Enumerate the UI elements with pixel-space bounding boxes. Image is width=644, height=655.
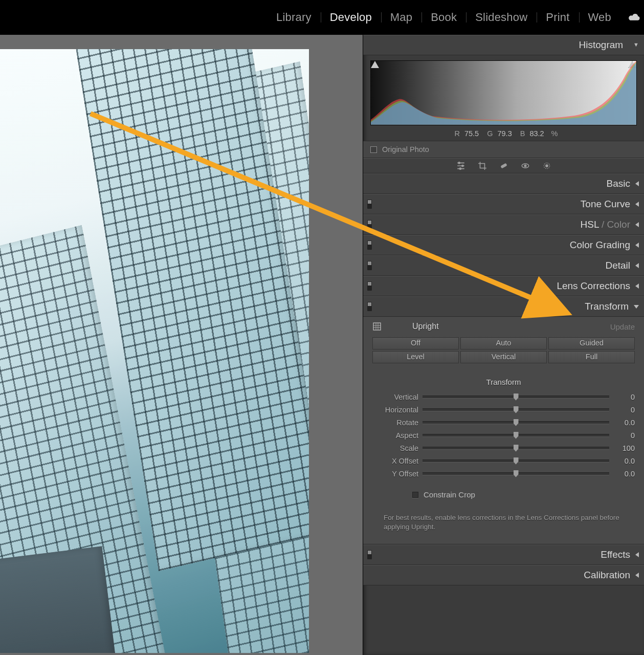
panel-header-detail[interactable]: Detail — [363, 255, 644, 276]
guided-upright-icon[interactable] — [372, 322, 382, 331]
panel-switch[interactable] — [367, 261, 372, 270]
panel-title-colorgrading: Color Grading — [570, 239, 630, 251]
module-tab-library[interactable]: Library — [267, 11, 321, 24]
image-canvas[interactable] — [0, 35, 363, 655]
panel-title-detail: Detail — [605, 260, 630, 271]
panel-header-lenscorrections[interactable]: Lens Corrections — [363, 276, 644, 296]
crop-tool-icon[interactable] — [478, 161, 487, 170]
chevron-left-icon — [635, 283, 639, 289]
upright-off-button[interactable]: Off — [372, 337, 459, 350]
slider-y-offset: Y Offset0.0 — [372, 467, 635, 480]
slider-thumb[interactable] — [514, 445, 519, 452]
upright-vertical-button[interactable]: Vertical — [460, 351, 547, 363]
module-picker: LibraryDevelopMapBookSlideshowPrintWeb — [0, 0, 644, 35]
slider-vertical: Vertical0 — [372, 390, 635, 403]
histogram-rgb-readout: R75.5 G79.3 B83.2 % — [363, 129, 644, 138]
panel-switch[interactable] — [367, 220, 372, 229]
slider-value[interactable]: 0.0 — [609, 419, 635, 427]
panel-header-basic[interactable]: Basic — [363, 173, 644, 194]
slider-value[interactable]: 0 — [609, 431, 635, 440]
panel-title-hslcolor: HSL / Color — [580, 219, 630, 230]
slider-track[interactable] — [423, 434, 609, 437]
upright-guided-button[interactable]: Guided — [548, 337, 635, 350]
slider-label: Rotate — [372, 419, 423, 427]
slider-thumb[interactable] — [514, 419, 519, 426]
module-tab-web[interactable]: Web — [579, 11, 620, 24]
slider-thumb[interactable] — [514, 432, 519, 439]
slider-track[interactable] — [423, 396, 609, 399]
chevron-left-icon — [635, 222, 639, 227]
slider-track[interactable] — [423, 421, 609, 424]
panel-title-lenscorrections: Lens Corrections — [557, 280, 630, 292]
slider-thumb[interactable] — [514, 394, 519, 401]
upright-auto-button[interactable]: Auto — [460, 337, 547, 350]
redeye-tool-icon[interactable] — [521, 161, 530, 170]
slider-value[interactable]: 0.0 — [609, 457, 635, 465]
panel-header-hslcolor[interactable]: HSL / Color — [363, 214, 644, 235]
svg-point-3 — [459, 168, 461, 170]
module-tab-book[interactable]: Book — [421, 11, 466, 24]
cloud-sync-icon[interactable] — [628, 13, 641, 22]
panel-header-calibration[interactable]: Calibration — [363, 565, 644, 585]
module-tab-map[interactable]: Map — [381, 11, 421, 24]
svg-point-2 — [461, 165, 463, 167]
panel-switch[interactable] — [367, 302, 372, 311]
panel-switch[interactable] — [367, 550, 372, 559]
slider-scale: Scale100 — [372, 442, 635, 454]
transform-hint-text: For best results, enable lens correction… — [384, 513, 624, 532]
slider-thumb[interactable] — [514, 470, 519, 477]
module-tab-slideshow[interactable]: Slideshow — [466, 11, 537, 24]
chevron-down-icon: ▼ — [633, 41, 639, 48]
healing-tool-icon[interactable] — [499, 161, 508, 170]
module-tab-develop[interactable]: Develop — [321, 11, 381, 24]
slider-label: X Offset — [372, 457, 423, 465]
panel-title-effects: Effects — [601, 549, 630, 560]
chevron-left-icon — [635, 263, 639, 268]
panel-switch[interactable] — [367, 200, 372, 209]
slider-thumb[interactable] — [514, 406, 519, 413]
slider-label: Horizontal — [372, 406, 423, 414]
masking-tool-icon[interactable] — [542, 161, 551, 170]
slider-value[interactable]: 100 — [609, 444, 635, 452]
slider-aspect: Aspect0 — [372, 429, 635, 442]
slider-track[interactable] — [423, 460, 609, 463]
slider-value[interactable]: 0 — [609, 406, 635, 414]
upright-level-button[interactable]: Level — [372, 351, 459, 363]
slider-value[interactable]: 0.0 — [609, 470, 635, 478]
upright-full-button[interactable]: Full — [548, 351, 635, 363]
slider-track[interactable] — [423, 472, 609, 475]
panel-header-effects[interactable]: Effects — [363, 544, 644, 565]
panel-switch[interactable] — [367, 241, 372, 250]
panel-header-colorgrading[interactable]: Color Grading — [363, 235, 644, 255]
checkbox-icon — [370, 146, 377, 153]
panel-title-basic: Basic — [607, 178, 630, 189]
upright-update-button[interactable]: Update — [610, 322, 635, 331]
histogram-display[interactable] — [370, 60, 637, 125]
svg-point-6 — [524, 165, 526, 167]
slider-label: Y Offset — [372, 470, 423, 478]
constrain-crop-row: Constrain Crop — [412, 490, 635, 499]
chevron-left-icon — [635, 181, 639, 186]
svg-rect-4 — [501, 163, 507, 168]
constrain-crop-checkbox[interactable] — [412, 492, 418, 498]
slider-value[interactable]: 0 — [609, 393, 635, 401]
preview-image — [0, 49, 309, 653]
original-photo-toggle[interactable]: Original Photo — [363, 141, 644, 158]
slider-thumb[interactable] — [514, 457, 519, 465]
chevron-down-icon — [634, 305, 639, 309]
panel-header-transform[interactable]: Transform — [363, 296, 644, 317]
svg-point-8 — [545, 165, 548, 167]
chevron-left-icon — [635, 573, 639, 578]
panel-body-transform: Upright Update OffAutoGuided LevelVertic… — [363, 317, 644, 544]
panel-switch[interactable] — [367, 281, 372, 291]
svg-point-1 — [458, 162, 460, 164]
slider-track[interactable] — [423, 408, 609, 411]
panel-title-transform: Transform — [585, 301, 629, 312]
edit-sliders-icon[interactable] — [456, 161, 465, 170]
transform-section-label: Transform — [372, 378, 635, 386]
module-tab-print[interactable]: Print — [537, 11, 579, 24]
panel-header-histogram[interactable]: Histogram ▼ — [363, 35, 644, 55]
slider-track[interactable] — [423, 447, 609, 450]
panel-header-tonecurve[interactable]: Tone Curve — [363, 194, 644, 214]
chevron-left-icon — [635, 552, 639, 557]
